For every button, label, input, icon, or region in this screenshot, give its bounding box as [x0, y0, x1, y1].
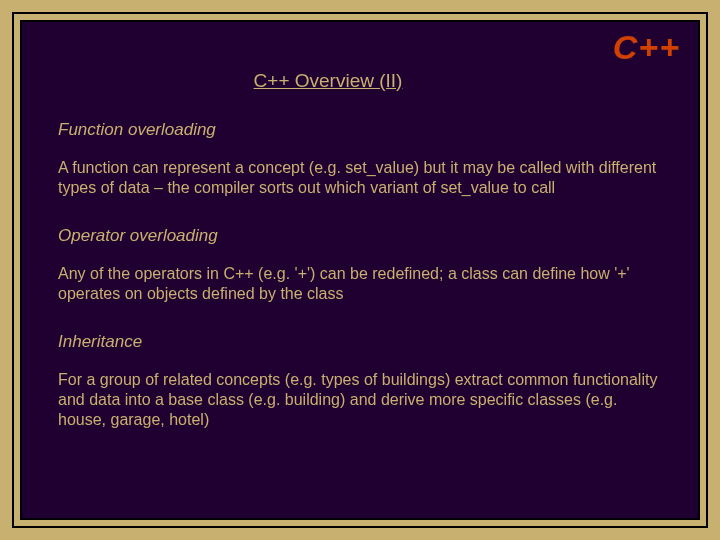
- section-heading: Operator overloading: [58, 226, 658, 246]
- section-body: For a group of related concepts (e.g. ty…: [58, 370, 658, 430]
- section-1: Function overloading A function can repr…: [58, 120, 658, 198]
- slide-panel: C++ C++ Overview (II) Function overloadi…: [20, 20, 700, 520]
- section-body: A function can represent a concept (e.g.…: [58, 158, 658, 198]
- section-body: Any of the operators in C++ (e.g. '+') c…: [58, 264, 658, 304]
- section-2: Operator overloading Any of the operator…: [58, 226, 658, 304]
- section-3: Inheritance For a group of related conce…: [58, 332, 658, 430]
- section-heading: Inheritance: [58, 332, 658, 352]
- section-heading: Function overloading: [58, 120, 658, 140]
- corner-label: C++: [613, 28, 680, 67]
- slide-title: C++ Overview (II): [58, 70, 598, 92]
- outer-frame: C++ C++ Overview (II) Function overloadi…: [12, 12, 708, 528]
